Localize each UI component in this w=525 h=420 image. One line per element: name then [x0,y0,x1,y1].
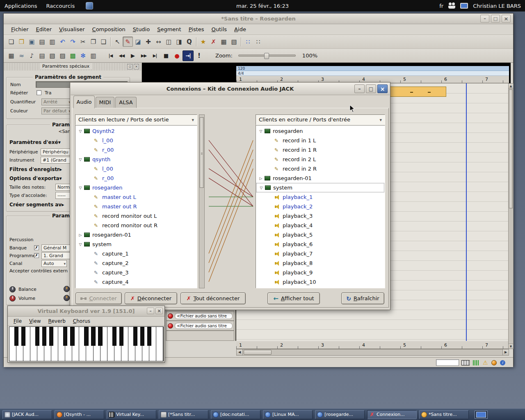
piano-black-key[interactable] [147,327,151,346]
tree-client[interactable]: rosegarden [256,126,384,136]
user-name[interactable]: Christian LE BARS [473,3,521,9]
erase-tool-icon[interactable]: ◪ [133,37,143,47]
track-piano-icon[interactable]: ▥ [88,50,98,61]
print-icon[interactable]: ▤ [37,37,47,47]
move-tool-icon[interactable]: ✚ [143,37,153,47]
tree-client-selected[interactable]: system [256,183,384,192]
rosegarden-titlebar[interactable]: *Sans titre – Rosegarden [4,14,513,24]
record-arm-icon[interactable] [168,313,173,319]
taskbar-item-doc-notation[interactable]: [doc:notati... [211,410,260,419]
split-tool-icon[interactable]: ◫ [164,37,174,47]
close-button[interactable] [502,15,511,23]
track-name[interactable]: <Fichier audio sans titre [175,323,233,329]
tree-port[interactable]: capture_4 [76,277,196,287]
paste-icon[interactable]: ❑ [98,37,109,47]
piano-black-key[interactable] [21,327,25,346]
play-button[interactable]: ▶ [127,50,138,61]
undo-icon[interactable]: ↶ [57,37,68,47]
tree-port[interactable]: playback_2 [256,202,384,211]
rewind-to-start-button[interactable]: |◀ [105,50,116,61]
scrollbar-thumb[interactable] [509,89,513,208]
menu-fichier[interactable]: Fichier [8,25,32,33]
tree-port[interactable]: master out L [76,192,196,202]
piano-black-key[interactable] [119,327,123,346]
tree-port[interactable]: record monitor out R [76,221,196,230]
draw-tool-icon[interactable]: ✎ [123,37,133,47]
users-icon[interactable] [448,3,455,9]
applications-menu[interactable]: Applications [0,0,41,11]
launcher-icon[interactable] [86,2,93,9]
menu-outils[interactable]: Outils [208,25,231,33]
tree-port[interactable]: playback_6 [256,240,384,249]
tree-port[interactable]: record in 1 R [256,145,384,155]
minimize-button[interactable] [480,15,489,23]
tree-client[interactable]: Qsynth2 [76,126,196,136]
track-wave-icon[interactable]: ≈ [16,50,27,61]
tree-port[interactable]: playback_10 [256,277,384,287]
menu-chorus[interactable]: Chorus [70,318,94,324]
menu-aide[interactable]: Aide [231,25,249,33]
tree-client[interactable]: system [76,240,196,249]
rewind-button[interactable]: ◀◀ [116,50,127,61]
track-row-empty[interactable] [166,331,234,341]
save-file-icon[interactable]: ▣ [27,37,37,47]
forward-to-end-button[interactable]: ▶| [149,50,160,61]
tree-client[interactable]: rosegarden [76,183,196,192]
expander-open-icon[interactable] [258,129,263,133]
disconnect-button[interactable]: Déconnecter [125,292,177,304]
scroll-left-icon[interactable] [237,349,243,355]
piano-black-key[interactable] [14,327,18,346]
clock-applet[interactable]: mar. 25 févr., 16:23 [236,3,289,9]
close-button[interactable] [377,84,388,93]
repeat-checkbox[interactable] [37,90,41,95]
stop-button[interactable]: ■ [160,50,171,61]
track-matrix-icon[interactable]: ▦ [6,50,16,61]
vkb-titlebar[interactable]: Virtual Keyboard ver 1.9 [151.0] [8,306,164,317]
expander-closed-icon[interactable] [258,176,263,180]
menu-composition[interactable]: Composition [89,25,129,33]
track-leds-icon[interactable]: ▩ [68,50,78,61]
tree-port[interactable]: record in 2 L [256,155,384,164]
tree-port[interactable]: l_00 [76,164,196,173]
track-row[interactable]: <Fichier audio sans titre [166,311,234,321]
close-button[interactable] [155,308,163,314]
piano-black-key[interactable] [112,327,116,346]
channel-combo[interactable]: Auto [41,260,67,267]
menu-editer[interactable]: Editer [33,25,55,33]
tree-scrollbar[interactable] [199,114,205,288]
piano-keyboard[interactable] [9,326,164,361]
fast-forward-button[interactable]: ▶▶ [138,50,149,61]
create-segments-header[interactable]: Créer segments av [9,202,66,208]
scrollbar-thumb[interactable] [244,350,272,355]
display-icon[interactable] [460,3,468,9]
copy-icon[interactable]: ❐ [88,37,98,47]
panic-button[interactable]: ! [194,50,205,61]
maximize-button[interactable] [491,15,500,23]
loop-button[interactable]: →| [183,50,194,61]
tree-port[interactable]: master out R [76,202,196,211]
track-arm-icon[interactable]: ▨ [57,50,68,61]
tree-port[interactable]: playback_4 [256,221,384,230]
taskbar-item-connections[interactable]: Connexion... [367,410,417,419]
piano-black-key[interactable] [42,327,46,346]
expander-open-icon[interactable] [78,129,83,133]
tree-port[interactable]: playback_9 [256,268,384,277]
menu-studio[interactable]: Studio [130,25,153,33]
track-note-icon[interactable]: ♪ [27,50,37,61]
maximize-button[interactable] [366,84,376,93]
track-name[interactable]: <Fichier audio sans titre [175,313,233,319]
record-arm-icon[interactable] [168,323,173,329]
refresh-button[interactable]: Rafraîchir [341,292,384,304]
piano-black-key[interactable] [70,327,74,346]
quantize-icon[interactable]: Q [184,37,194,47]
join-tool-icon[interactable]: ◨ [174,37,184,47]
program-checkbox[interactable] [34,253,39,258]
menu-segment[interactable]: Segment [154,25,185,33]
expander-open-icon[interactable] [78,158,83,162]
select-tool-icon[interactable]: ↖ [112,37,123,47]
expander-open-icon[interactable] [78,242,83,247]
color-combo[interactable]: Par défaut [41,107,72,114]
record-button[interactable]: ● [171,50,183,61]
menu-view[interactable]: View [26,318,44,324]
workspace-switcher[interactable] [475,411,488,419]
